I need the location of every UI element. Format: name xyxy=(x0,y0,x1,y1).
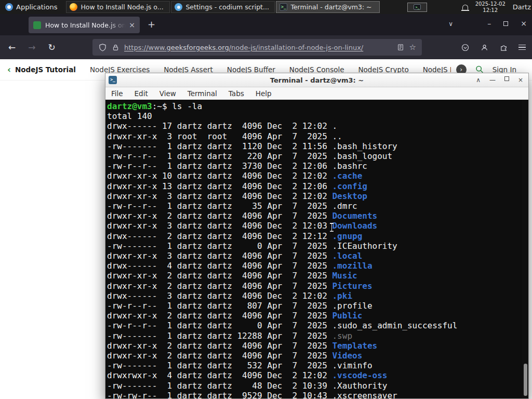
terminal-output[interactable]: dartz@vm3:~$ ls -la total 140 drwx------… xyxy=(105,100,528,398)
file-row: drwxr-xr-x 2 dartz dartz 4096 Apr 7 2025… xyxy=(107,271,528,281)
menu-edit[interactable]: Edit xyxy=(129,89,154,98)
file-info: -rw-r--r-- 1 dartz dartz 35 Apr 7 2025 xyxy=(107,201,332,211)
terminal-window-controls: ∧ — × xyxy=(476,76,523,84)
file-row: drwx------ 3 dartz dartz 4096 Dec 2 12:0… xyxy=(107,291,528,301)
menu-view[interactable]: View xyxy=(154,89,182,98)
file-row: drwxrwxr-x 4 dartz dartz 4096 Dec 2 12:0… xyxy=(107,370,528,380)
browser-toolbar: ← → ↻ https://www.geeksforgeeks.org/node… xyxy=(0,35,532,59)
taskbar-status-area: 2025-12-02 12:12 Dartz xyxy=(462,0,532,14)
window-title: How to Install Node.js o... xyxy=(81,3,163,11)
clock-time: 12:12 xyxy=(475,7,506,14)
file-info: drwxr-xr-x 3 dartz dartz 4096 Dec 2 12:0… xyxy=(107,191,332,201)
clock[interactable]: 2025-12-02 12:12 xyxy=(475,1,506,14)
bookmark-star-icon[interactable]: ☆ xyxy=(409,43,416,52)
taskbar-window-terminal[interactable]: >_Terminal - dartz@vm3: ~ xyxy=(276,1,380,13)
file-info: drwxr-xr-x 13 dartz dartz 4096 Dec 2 12:… xyxy=(107,181,332,191)
terminal-window: >_ Terminal - dartz@vm3: ~ ∧ — × FileEdi… xyxy=(105,73,529,399)
lock-icon[interactable] xyxy=(111,43,119,51)
file-name: .ICEauthority xyxy=(332,241,397,251)
file-name: Templates xyxy=(332,341,377,351)
file-info: drwxr-xr-x 2 dartz dartz 4096 Apr 7 2025 xyxy=(107,311,332,321)
workspace-switcher[interactable]: >_ xyxy=(407,3,427,12)
taskbar-window-settings[interactable]: Settings - codium script... xyxy=(171,1,275,13)
tab-close-icon[interactable]: × xyxy=(126,21,135,29)
toolbar-right-icons xyxy=(461,35,526,59)
pocket-icon[interactable] xyxy=(461,43,469,51)
applications-icon xyxy=(5,3,13,11)
window-minimize-button[interactable]: – xyxy=(487,19,491,28)
file-row: -rw-r--r-- 1 dartz dartz 0 Apr 7 2025 .s… xyxy=(107,321,528,330)
menu-icon[interactable] xyxy=(518,43,526,52)
menu-help[interactable]: Help xyxy=(250,89,277,98)
terminal-scrollbar[interactable] xyxy=(522,100,528,398)
settings-icon xyxy=(175,3,182,11)
terminal-shade-button[interactable]: ∧ xyxy=(476,76,481,84)
file-row: -rw-r--r-- 1 dartz dartz 3730 Dec 2 12:0… xyxy=(107,161,528,171)
applications-menu-button[interactable]: Applications xyxy=(0,0,62,14)
file-name: Desktop xyxy=(332,191,367,201)
window-close-button[interactable]: × xyxy=(521,19,527,28)
file-name: .bash_history xyxy=(332,141,397,151)
back-button[interactable]: ← xyxy=(8,42,16,52)
browser-tab[interactable]: How to Install Node.js on × xyxy=(29,17,140,33)
extensions-icon[interactable] xyxy=(499,43,508,51)
file-info: -rw------- 1 dartz dartz 1120 Dec 2 11:5… xyxy=(107,141,332,151)
terminal-menubar: FileEditViewTerminalTabsHelp xyxy=(105,87,528,100)
menu-tabs[interactable]: Tabs xyxy=(223,89,250,98)
menu-file[interactable]: File xyxy=(105,89,129,98)
terminal-close-button[interactable]: × xyxy=(518,76,523,84)
new-tab-button[interactable]: + xyxy=(148,19,155,30)
window-controls: – × xyxy=(487,19,527,28)
reload-button[interactable]: ↻ xyxy=(48,42,56,52)
browser-tab-bar: How to Install Node.js on × + ∨ – × xyxy=(0,14,532,35)
file-name: .bashrc xyxy=(332,161,367,171)
prompt-symbol: :~$ xyxy=(152,101,172,111)
file-row: -rw-r--r-- 1 dartz dartz 807 Apr 7 2025 … xyxy=(107,301,528,311)
file-row: -rw-rw-r-- 1 dartz dartz 9529 Dec 2 10:4… xyxy=(107,391,528,398)
terminal-maximize-button[interactable] xyxy=(504,76,509,81)
file-info: drwxr-xr-x 2 dartz dartz 4096 Apr 7 2025 xyxy=(107,271,332,281)
file-info: -rw------- 1 dartz dartz 532 Apr 7 2025 xyxy=(107,361,332,370)
file-name: .pki xyxy=(332,291,352,301)
file-listing: drwx------ 17 dartz dartz 4096 Dec 2 12:… xyxy=(107,121,528,398)
file-name: .viminfo xyxy=(332,361,372,370)
notification-bell-icon[interactable] xyxy=(462,5,468,10)
file-info: -rw-r--r-- 1 dartz dartz 0 Apr 7 2025 xyxy=(107,321,332,330)
url-bar[interactable]: https://www.geeksforgeeks.org/node-js/in… xyxy=(92,39,422,56)
file-info: drwxr-xr-x 2 dartz dartz 4096 Apr 7 2025 xyxy=(107,341,332,351)
prompt-line: dartz@vm3:~$ ls -la xyxy=(107,101,528,111)
scrollbar-thumb[interactable] xyxy=(524,364,527,396)
workspace-terminal-icon: >_ xyxy=(414,4,421,10)
forward-button[interactable]: → xyxy=(28,42,35,52)
taskbar-window-firefox[interactable]: How to Install Node.js o... xyxy=(66,1,170,13)
url-text: https://www.geeksforgeeks.org/node-js/in… xyxy=(124,44,392,51)
file-info: drwxr-xr-x 3 dartz dartz 4096 Dec 2 12:0… xyxy=(107,221,332,231)
list-all-tabs-icon[interactable]: ∨ xyxy=(448,20,453,28)
file-info: drwxr-xr-x 2 dartz dartz 4096 Apr 7 2025 xyxy=(107,211,332,221)
file-name: .Xauthority xyxy=(332,381,387,391)
reader-mode-icon[interactable] xyxy=(396,43,405,51)
clock-date: 2025-12-02 xyxy=(475,1,506,7)
file-row: drwxr-xr-x 3 dartz dartz 4096 Apr 7 2025… xyxy=(107,251,528,261)
file-row: drwx------ 17 dartz dartz 4096 Dec 2 12:… xyxy=(107,121,528,131)
terminal-icon: >_ xyxy=(280,3,287,11)
tracking-shield-icon[interactable] xyxy=(98,43,107,51)
account-icon[interactable] xyxy=(480,43,488,51)
file-row: drwxr-xr-x 3 root root 4096 Apr 7 2025 .… xyxy=(107,131,528,141)
nav-scroll-left-icon[interactable]: ‹ xyxy=(0,64,15,75)
desktop: Applications How to Install Node.js o...… xyxy=(0,0,532,399)
file-info: drwx------ 4 dartz dartz 4096 Apr 7 2025 xyxy=(107,261,332,271)
terminal-app-icon: >_ xyxy=(109,76,117,84)
file-name: .gnupg xyxy=(332,231,362,241)
menu-terminal[interactable]: Terminal xyxy=(182,89,223,98)
terminal-minimize-button[interactable]: — xyxy=(489,76,496,84)
nav-buttons: ← → ↻ xyxy=(0,42,56,52)
file-name: .config xyxy=(332,181,367,191)
window-maximize-button[interactable] xyxy=(503,21,508,26)
file-row: drwxr-xr-x 2 dartz dartz 4096 Apr 7 2025… xyxy=(107,211,528,221)
file-info: drwxr-xr-x 10 dartz dartz 4096 Dec 2 12:… xyxy=(107,171,332,181)
file-info: -rw-rw-r-- 1 dartz dartz 9529 Dec 2 10:4… xyxy=(107,391,332,398)
file-row: drwxr-xr-x 2 dartz dartz 4096 Apr 7 2025… xyxy=(107,351,528,361)
nav-item-nodejs-tutorial[interactable]: NodeJS Tutorial xyxy=(15,65,76,74)
terminal-titlebar[interactable]: >_ Terminal - dartz@vm3: ~ ∧ — × xyxy=(105,73,528,87)
